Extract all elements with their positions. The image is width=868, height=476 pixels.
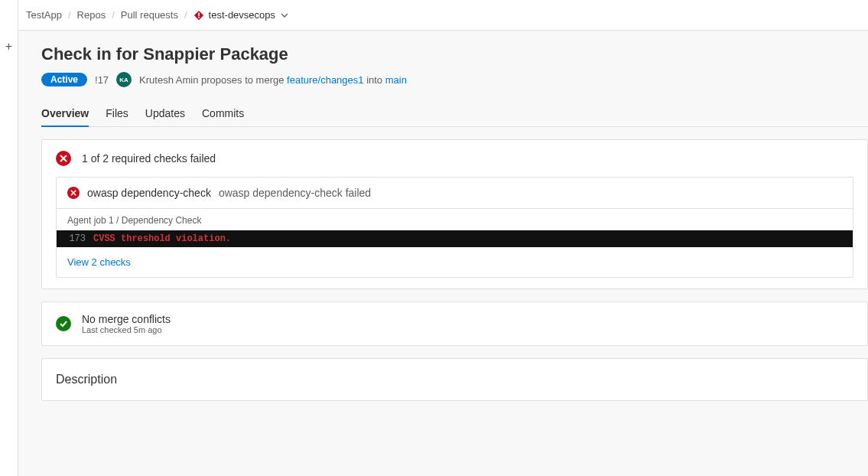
- breadcrumb-sep: /: [68, 9, 71, 21]
- breadcrumb-project[interactable]: TestApp: [26, 9, 62, 21]
- description-heading: Description: [56, 373, 853, 386]
- tab-files[interactable]: Files: [106, 101, 128, 126]
- svg-rect-1: [198, 12, 200, 15]
- checks-card: 1 of 2 required checks failed owasp depe…: [41, 139, 868, 289]
- tab-overview[interactable]: Overview: [41, 101, 89, 127]
- propose-prefix: proposes to merge: [198, 74, 287, 86]
- check-status: owasp dependency-check failed: [219, 187, 371, 199]
- check-detail-head: owasp dependency-check owasp dependency-…: [57, 178, 853, 208]
- chevron-down-icon: [280, 11, 289, 20]
- merge-title: No merge conflicts: [82, 313, 171, 325]
- target-branch[interactable]: main: [385, 74, 407, 86]
- breadcrumb-subsection[interactable]: Pull requests: [121, 9, 178, 21]
- breadcrumb-sep: /: [112, 9, 115, 21]
- check-detail-panel: owasp dependency-check owasp dependency-…: [56, 177, 853, 278]
- source-branch[interactable]: feature/changes1: [287, 74, 363, 86]
- tab-updates[interactable]: Updates: [145, 101, 185, 126]
- page-title: Check in for Snappier Package: [41, 44, 868, 64]
- propose-mid: into: [364, 74, 385, 86]
- tab-commits[interactable]: Commits: [202, 101, 244, 126]
- add-icon[interactable]: +: [5, 40, 12, 54]
- meta-row: Active !17 KA Krutesh Amin proposes to m…: [41, 72, 868, 87]
- tabs: Overview Files Updates Commits: [41, 101, 868, 127]
- main: TestApp / Repos / Pull requests / test-d…: [18, 0, 868, 476]
- view-checks-link[interactable]: View 2 checks: [57, 247, 853, 277]
- checks-summary-row: 1 of 2 required checks failed: [42, 140, 867, 177]
- breadcrumb: TestApp / Repos / Pull requests / test-d…: [18, 0, 868, 31]
- merge-subtitle: Last checked 5m ago: [82, 325, 171, 334]
- pr-id: !17: [95, 74, 109, 86]
- merge-card: No merge conflicts Last checked 5m ago: [41, 302, 868, 346]
- svg-rect-2: [198, 16, 200, 18]
- breadcrumb-repo[interactable]: test-devsecops: [193, 9, 289, 21]
- repo-icon: [193, 10, 204, 21]
- console-line-no: 173: [57, 230, 93, 247]
- success-icon: [56, 316, 71, 331]
- author-name: Krutesh Amin: [139, 74, 198, 86]
- content: Check in for Snappier Package Active !17…: [18, 31, 868, 476]
- fail-icon: [56, 151, 71, 166]
- breadcrumb-repo-name: test-devsecops: [209, 9, 275, 21]
- merge-text: No merge conflicts Last checked 5m ago: [82, 313, 171, 334]
- breadcrumb-section[interactable]: Repos: [77, 9, 106, 21]
- merge-row: No merge conflicts Last checked 5m ago: [42, 302, 867, 345]
- fail-icon: [67, 187, 80, 199]
- console-output: 173 CVSS threshold violation.: [57, 230, 853, 247]
- check-name: owasp dependency-check: [87, 187, 211, 199]
- breadcrumb-sep: /: [184, 9, 187, 21]
- status-badge: Active: [41, 73, 87, 86]
- propose-text: Krutesh Amin proposes to merge feature/c…: [139, 74, 407, 86]
- description-card: Description: [41, 358, 868, 401]
- job-label: Agent job 1 / Dependency Check: [57, 208, 853, 230]
- avatar[interactable]: KA: [116, 72, 132, 87]
- left-rail: +: [0, 0, 18, 476]
- console-line-msg: CVSS threshold violation.: [93, 230, 853, 247]
- checks-summary: 1 of 2 required checks failed: [82, 152, 216, 165]
